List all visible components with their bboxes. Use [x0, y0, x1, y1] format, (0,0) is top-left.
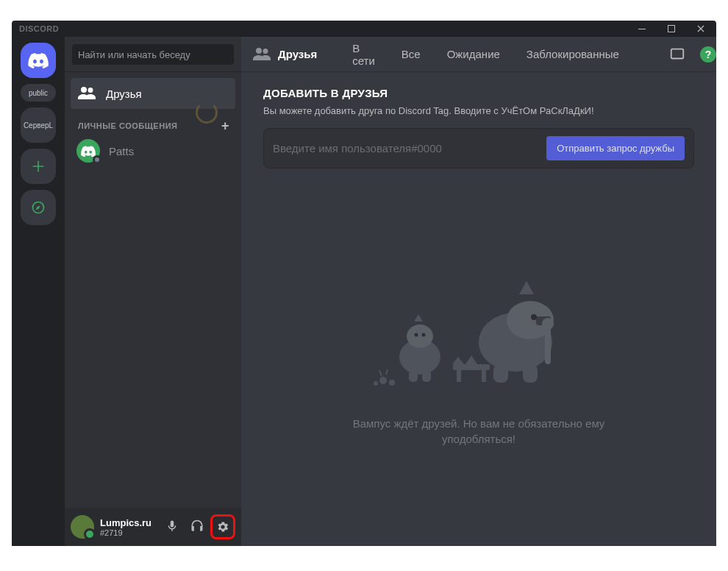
- svg-point-13: [407, 324, 433, 348]
- empty-state-text: Вампус ждёт друзей. Но вам не обязательн…: [324, 416, 633, 447]
- channel-sidebar: Найти или начать беседу Друзья ЛИЧНЫЕ СО…: [65, 37, 241, 546]
- loading-spinner-icon: [196, 102, 218, 124]
- svg-point-14: [415, 333, 418, 336]
- svg-point-22: [389, 380, 395, 386]
- add-friend-input[interactable]: [273, 142, 538, 155]
- create-dm-button[interactable]: +: [221, 119, 229, 132]
- close-button[interactable]: [693, 22, 709, 35]
- topbar-title: Друзья: [253, 47, 317, 62]
- add-friend-title: ДОБАВИТЬ В ДРУЗЬЯ: [263, 87, 694, 99]
- wumpus-empty-icon: [346, 254, 611, 401]
- status-offline-icon: [93, 155, 101, 164]
- mute-button[interactable]: [160, 514, 184, 538]
- svg-rect-17: [422, 370, 431, 382]
- friends-icon: [253, 47, 271, 62]
- svg-point-23: [374, 381, 378, 386]
- svg-rect-20: [482, 370, 486, 382]
- chat-icon: [669, 46, 685, 63]
- tab-online[interactable]: В сети: [346, 40, 381, 68]
- send-friend-request-button[interactable]: Отправить запрос дружбы: [546, 136, 685, 160]
- svg-point-15: [422, 333, 426, 336]
- main-content: Друзья В сети Все Ожидание Заблокированн…: [241, 37, 716, 546]
- svg-rect-19: [457, 370, 461, 382]
- titlebar: DISCORD: [12, 21, 716, 37]
- deafen-button[interactable]: [185, 514, 209, 538]
- explore-servers-button[interactable]: [21, 190, 56, 225]
- help-icon: ?: [700, 46, 716, 63]
- compass-icon: [31, 200, 46, 215]
- user-name: Lumpics.ru: [100, 517, 154, 528]
- svg-point-7: [531, 314, 537, 320]
- svg-rect-10: [545, 327, 551, 364]
- plus-icon: [31, 159, 46, 174]
- avatar: [76, 139, 100, 163]
- dm-header: ЛИЧНЫЕ СООБЩЕНИЯ: [78, 121, 177, 130]
- server-item[interactable]: СерверL: [21, 107, 56, 143]
- find-conversation-button[interactable]: Найти или начать беседу: [72, 44, 234, 65]
- topbar: Друзья В сети Все Ожидание Заблокированн…: [241, 37, 716, 72]
- user-avatar[interactable]: [71, 515, 94, 539]
- user-settings-button[interactable]: [213, 517, 232, 536]
- microphone-icon: [165, 519, 179, 533]
- tab-all[interactable]: Все: [396, 46, 427, 62]
- add-friend-subtitle: Вы можете добавить друга по Discord Tag.…: [263, 105, 694, 116]
- add-friend-row: Отправить запрос дружбы: [263, 128, 694, 169]
- user-tag: #2719: [100, 528, 154, 537]
- dm-name: Patts: [109, 145, 134, 157]
- svg-rect-18: [453, 364, 490, 370]
- app-name: DISCORD: [19, 24, 59, 33]
- user-panel: Lumpics.ru #2719: [65, 508, 241, 546]
- tab-pending[interactable]: Ожидание: [441, 46, 506, 62]
- svg-rect-16: [409, 370, 418, 382]
- svg-rect-0: [638, 29, 646, 29]
- svg-point-21: [379, 377, 387, 384]
- maximize-button[interactable]: [663, 22, 679, 35]
- user-info[interactable]: Lumpics.ru #2719: [100, 517, 154, 537]
- dm-item[interactable]: Patts: [71, 135, 235, 166]
- friends-icon: [78, 86, 96, 101]
- server-list: public СерверL: [12, 37, 65, 546]
- app-window: DISCORD public СерверL Найти или начать …: [12, 21, 716, 546]
- add-server-button[interactable]: [21, 149, 56, 184]
- new-group-dm-button[interactable]: [669, 46, 685, 63]
- discord-logo-icon: [81, 146, 96, 157]
- discord-logo-icon: [28, 52, 49, 68]
- svg-point-11: [542, 318, 554, 330]
- headphones-icon: [190, 519, 204, 533]
- gear-icon: [216, 520, 229, 533]
- home-button[interactable]: [21, 43, 56, 78]
- server-public[interactable]: public: [21, 84, 56, 102]
- help-button[interactable]: ?: [700, 46, 716, 63]
- tab-blocked[interactable]: Заблокированные: [521, 46, 625, 62]
- minimize-button[interactable]: [634, 22, 650, 35]
- svg-rect-8: [493, 364, 508, 383]
- friends-nav-label: Друзья: [106, 88, 142, 100]
- settings-highlight: [210, 514, 235, 539]
- svg-rect-3: [671, 49, 684, 58]
- svg-rect-1: [668, 26, 675, 32]
- svg-rect-9: [523, 364, 538, 383]
